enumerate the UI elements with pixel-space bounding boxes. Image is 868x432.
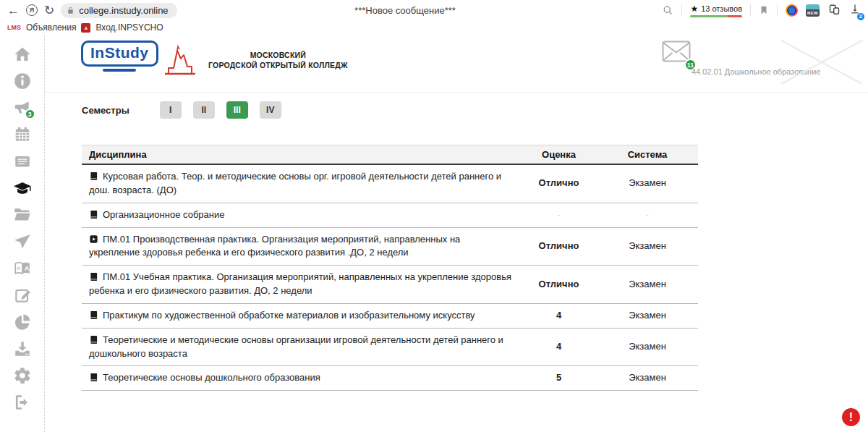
grade-cell: 5 xyxy=(521,366,597,391)
courses-icon[interactable] xyxy=(13,152,32,171)
grade-cell: 4 xyxy=(521,303,597,328)
logout-icon[interactable] xyxy=(13,393,32,412)
table-row[interactable]: ПМ.01 Производственная практика. Организ… xyxy=(82,227,698,266)
system-cell: Экзамен xyxy=(597,366,698,391)
sidebar: 3 Aя xyxy=(0,35,45,432)
grades-table: Дисциплина Оценка Система Курсовая работ… xyxy=(82,145,698,391)
rating-bar xyxy=(690,15,742,17)
subject-icon xyxy=(89,335,98,344)
edit-icon[interactable] xyxy=(13,286,32,305)
lock-icon xyxy=(67,7,75,14)
college-name-line2: ГОРОДСКОЙ ОТКРЫТЫЙ КОЛЛЕДЖ xyxy=(208,61,348,71)
grade-cell: 4 xyxy=(521,328,597,366)
discipline-cell: Организационное собрание xyxy=(82,203,521,227)
settings-icon[interactable] xyxy=(13,366,32,385)
mail-button[interactable]: 11 xyxy=(662,41,694,67)
system-cell: - xyxy=(597,203,698,227)
announcements-icon[interactable]: 3 xyxy=(13,98,32,117)
home-icon[interactable] xyxy=(13,45,32,64)
tab-title[interactable]: ***Новое сообщение*** xyxy=(275,5,535,16)
system-cell: Экзамен xyxy=(597,227,698,266)
app-frame: 3 Aя InStudy МОСКОВСКИЙ ГОРОДСКОЙ ОТК xyxy=(0,35,868,432)
discipline-cell: ПМ.01 Производственная практика. Организ… xyxy=(82,227,521,266)
translate-icon[interactable]: Aя xyxy=(13,259,32,278)
svg-text:я: я xyxy=(17,265,20,271)
extension-color-icon[interactable] xyxy=(786,4,798,17)
browser-toolbar: ← Я ↻ college.instudy.online ***Новое со… xyxy=(0,0,868,20)
table-row[interactable]: Практикум по художественной обработке ма… xyxy=(82,303,698,328)
grade-cell: Отлично xyxy=(521,266,597,304)
reviews-count: 13 отзывов xyxy=(701,4,742,13)
grade-cell: - xyxy=(521,203,597,227)
bookmark-announcements[interactable]: Объявления xyxy=(26,22,76,33)
lms-favicon: LMS xyxy=(7,24,21,31)
search-icon[interactable] xyxy=(663,5,673,16)
close-icon[interactable] xyxy=(775,36,868,88)
inpsycho-favicon: ▲ xyxy=(81,23,90,33)
table-row[interactable]: Теоретические и методические основы орга… xyxy=(82,328,698,366)
grade-cell: Отлично xyxy=(521,164,597,203)
bookmark-inpsycho[interactable]: Вход.INPSYCHO xyxy=(95,22,163,33)
instudy-logo[interactable]: InStudy xyxy=(81,41,158,72)
alert-button[interactable]: ! xyxy=(842,408,860,426)
address-bar[interactable]: college.instudy.online xyxy=(61,3,176,18)
semester-button-I[interactable]: I xyxy=(160,101,182,119)
star-icon: ★ xyxy=(690,4,698,14)
table-row[interactable]: Организационное собрание - - xyxy=(82,203,698,227)
info-icon[interactable] xyxy=(13,72,32,90)
main-content: InStudy МОСКОВСКИЙ ГОРОДСКОЙ ОТКРЫТЫЙ КО… xyxy=(45,35,868,432)
bookmark-icon[interactable] xyxy=(759,4,769,16)
calendar-icon[interactable] xyxy=(13,125,32,144)
subject-icon xyxy=(89,272,98,281)
column-system: Система xyxy=(597,145,698,165)
instudy-logo-text: InStudy xyxy=(81,41,158,67)
bookmarks-bar: LMS Объявления ▲ Вход.INPSYCHO xyxy=(0,20,868,35)
discipline-cell: Курсовая работа. Теор. и методические ос… xyxy=(82,164,521,203)
downloads-button[interactable]: 2 xyxy=(849,3,861,18)
discipline-text: Теоретические и методические основы орга… xyxy=(89,334,503,359)
discipline-text: ПМ.01 Производственная практика. Организ… xyxy=(89,234,460,258)
messages-icon[interactable] xyxy=(13,232,32,251)
discipline-cell: Теоретические и методические основы орга… xyxy=(82,328,521,366)
extension-new-icon[interactable]: NEW xyxy=(806,4,820,17)
downloads-badge: 2 xyxy=(856,12,865,21)
instudy-logo-stand xyxy=(103,69,136,72)
table-row[interactable]: ПМ.01 Учебная практика. Организация меро… xyxy=(82,266,698,304)
reviews-button[interactable]: ★ 13 отзывов xyxy=(690,4,742,17)
files-icon[interactable] xyxy=(13,206,32,224)
downloads-icon[interactable] xyxy=(13,339,32,358)
semester-buttons: IIIIIIIV xyxy=(160,101,293,119)
grade-cell: Отлично xyxy=(521,227,597,266)
semester-button-IV[interactable]: IV xyxy=(260,101,281,119)
statistics-icon[interactable] xyxy=(13,313,32,331)
back-icon[interactable]: ← xyxy=(7,4,20,17)
browser-logo-icon[interactable]: Я xyxy=(26,4,38,16)
semester-switcher: Семестры IIIIIIIV xyxy=(82,101,293,119)
divider xyxy=(681,4,682,16)
discipline-cell: Практикум по художественной обработке ма… xyxy=(82,303,521,328)
semesters-label: Семестры xyxy=(82,105,129,116)
college-name-line1: МОСКОВСКИЙ xyxy=(208,51,348,61)
subject-icon xyxy=(89,234,98,244)
table-header-row: Дисциплина Оценка Система xyxy=(82,145,698,165)
system-cell: Экзамен xyxy=(597,303,698,328)
table-row[interactable]: Теоретические основы дошкольного образов… xyxy=(82,366,698,391)
system-cell: Экзамен xyxy=(597,266,698,304)
toolbar-right: ★ 13 отзывов NEW 2 xyxy=(663,3,861,18)
refresh-icon[interactable]: ↻ xyxy=(44,4,54,17)
discipline-cell: Теоретические основы дошкольного образов… xyxy=(82,366,521,391)
discipline-text: Курсовая работа. Теор. и методические ос… xyxy=(89,171,501,195)
collections-icon[interactable] xyxy=(827,4,841,17)
discipline-text: Практикум по художественной обработке ма… xyxy=(103,310,475,321)
discipline-text: Организационное собрание xyxy=(103,209,224,220)
table-row[interactable]: Курсовая работа. Теор. и методические ос… xyxy=(82,164,698,203)
announcements-badge: 3 xyxy=(25,109,35,119)
subject-icon xyxy=(89,171,98,181)
subject-icon xyxy=(89,310,98,320)
semester-button-III[interactable]: III xyxy=(226,101,248,119)
semester-button-II[interactable]: II xyxy=(193,101,215,119)
discipline-cell: ПМ.01 Учебная практика. Организация меро… xyxy=(82,266,521,304)
discipline-text: Теоретические основы дошкольного образов… xyxy=(103,372,320,383)
education-icon[interactable] xyxy=(13,179,32,198)
svg-text:A: A xyxy=(24,265,29,272)
